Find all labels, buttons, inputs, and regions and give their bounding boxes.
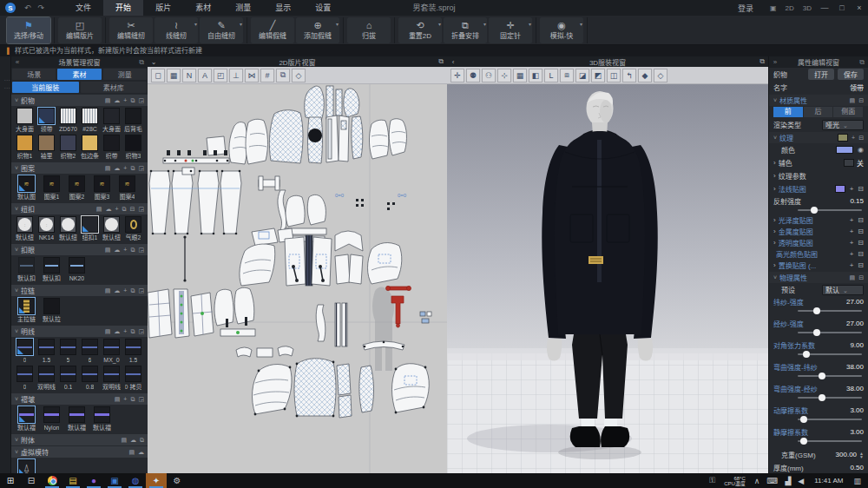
slider-knob[interactable]	[819, 373, 825, 379]
material-thumb[interactable]	[43, 298, 60, 314]
material-item[interactable]: 1.5	[36, 339, 57, 364]
section-header[interactable]: ˅褶皱▤+⧉◲	[11, 393, 148, 405]
material-thumb[interactable]	[38, 108, 55, 124]
style3d-icon[interactable]: ✦	[146, 473, 167, 488]
material-thumb[interactable]: :	[16, 216, 33, 233]
text-n-icon[interactable]: N	[182, 69, 196, 82]
settings-icon[interactable]: ⚙	[167, 473, 187, 488]
material-thumb[interactable]: ≋	[69, 175, 85, 192]
material-item[interactable]: 双明线	[36, 366, 57, 391]
folder-icon[interactable]: ▤	[105, 328, 111, 335]
material-thumb[interactable]	[125, 135, 141, 151]
material-item[interactable]: 默认纽	[57, 216, 79, 241]
weight-stepper[interactable]: ▲▼	[859, 452, 864, 458]
material-item[interactable]: 0	[14, 366, 36, 391]
surface-view-icon[interactable]: ◧	[529, 69, 542, 82]
cloud-icon[interactable]: ☁	[114, 247, 120, 254]
plus-icon[interactable]: +	[123, 287, 127, 293]
cloud-icon[interactable]: ☁	[105, 206, 111, 213]
view-3d-button[interactable]: 3D	[803, 4, 812, 12]
explorer-icon[interactable]: ▤	[62, 473, 83, 488]
scene-subtab-1[interactable]: 当前服装	[12, 82, 79, 93]
color-swatch[interactable]	[836, 146, 853, 154]
ribbon-button[interactable]: ◰编辑版片	[58, 17, 102, 43]
ribbon-button[interactable]: ✛▾固定针	[489, 17, 532, 43]
material-thumb[interactable]	[16, 135, 33, 151]
popout-props-icon[interactable]: ⧉	[856, 58, 868, 67]
copy-icon[interactable]: ⧉	[122, 206, 127, 213]
cloud-icon[interactable]: ☁	[114, 165, 120, 172]
save-button[interactable]: 保存	[838, 69, 864, 80]
folder-icon[interactable]: ▤	[850, 97, 856, 104]
copy-icon[interactable]: ⧉	[130, 328, 135, 335]
material-thumb[interactable]	[60, 339, 76, 355]
pattern-piece-sleeves-top[interactable]	[207, 119, 406, 164]
material-thumb[interactable]	[103, 108, 120, 124]
slider-track[interactable]	[798, 419, 862, 420]
material-thumb[interactable]	[60, 216, 76, 233]
cloud-icon[interactable]: ☁	[114, 328, 120, 335]
section-header[interactable]: ˅扣眼▤☁+⧉◲	[11, 244, 148, 255]
text-a-icon[interactable]: A	[198, 69, 212, 82]
material-item[interactable]: 默认扣	[14, 257, 39, 282]
material-thumb[interactable]	[43, 257, 60, 274]
keyboard-icon[interactable]: ⌨	[766, 477, 778, 485]
material-item[interactable]: 织物1	[14, 135, 36, 160]
folder-icon[interactable]: ▤	[105, 287, 111, 294]
section-header[interactable]: ˅图案▤☁+⧉◲	[11, 162, 148, 174]
slider-knob[interactable]	[800, 438, 807, 445]
render-type-dropdown[interactable]: 哑光⌄	[822, 120, 864, 130]
material-item[interactable]: ⍙	[14, 459, 39, 473]
material-thumb[interactable]	[60, 108, 76, 124]
slider-track[interactable]	[798, 397, 862, 399]
material-item[interactable]: 1.5	[122, 339, 144, 364]
material-item[interactable]: ≋图案4	[115, 175, 140, 201]
popout-icon[interactable]: ⧉	[135, 58, 148, 67]
material-item[interactable]: 主拉链	[14, 298, 39, 323]
material-item[interactable]: 默认褶	[14, 406, 39, 432]
material-item[interactable]: 袖里	[36, 135, 57, 160]
menu-item-3[interactable]: 版片	[143, 0, 183, 16]
pattern-piece-pants[interactable]	[149, 168, 241, 234]
material-thumb[interactable]	[16, 108, 33, 124]
material-thumb[interactable]: ≋	[94, 175, 110, 192]
open-button[interactable]: 打开	[808, 69, 834, 80]
arrow-mode-icon[interactable]: ↰	[622, 69, 636, 82]
volume-icon[interactable]: ◀	[798, 477, 804, 485]
ruler-icon[interactable]: ⊥	[229, 69, 243, 82]
plus-icon[interactable]: +	[123, 247, 127, 253]
material-item[interactable]: 领带	[36, 108, 57, 133]
material-item[interactable]: 默认扣	[39, 257, 64, 282]
physics-save-icon[interactable]: ⊟	[858, 274, 864, 281]
material-thumb[interactable]	[82, 366, 98, 382]
corner-icon[interactable]: ◲	[138, 165, 144, 172]
avatar-arrange-icon[interactable]: ⚇	[482, 69, 496, 82]
pattern-piece-quilted[interactable]	[253, 359, 430, 418]
physics-folder-icon[interactable]: ▤	[850, 274, 856, 281]
material-thumb[interactable]	[82, 339, 98, 355]
material-item[interactable]: 纽扣1	[79, 216, 101, 241]
add-map-icon[interactable]: +	[850, 250, 854, 258]
material-item[interactable]: ≋默认图	[14, 175, 39, 201]
garment-show-icon[interactable]: ◇	[654, 69, 667, 82]
ribbon-button[interactable]: ✂编辑缝纫	[109, 17, 153, 43]
material-thumb[interactable]	[103, 339, 120, 355]
section-header[interactable]: ˅明线▤☁+⧉◲	[11, 326, 148, 337]
slider-track[interactable]	[798, 332, 862, 333]
material-item[interactable]: 后背毛	[122, 108, 144, 133]
menu-item-4[interactable]: 素材	[183, 0, 223, 16]
ribbon-button[interactable]: ✎▾自由缝纫	[200, 17, 243, 43]
slider-track[interactable]	[798, 353, 862, 355]
slider-track[interactable]	[798, 375, 862, 377]
collapse-2d-icon[interactable]: ⌄	[148, 58, 160, 66]
cloud-icon[interactable]: ☁	[130, 437, 136, 444]
texture-swatch[interactable]	[838, 134, 848, 142]
material-thumb[interactable]	[125, 108, 141, 124]
material-item[interactable]: 大身面	[101, 108, 122, 133]
corner-icon[interactable]: ◲	[138, 328, 144, 335]
material-item[interactable]: 大身面	[14, 108, 36, 133]
light-view-icon[interactable]: L	[544, 69, 558, 82]
material-thumb[interactable]	[125, 216, 141, 233]
add-map-icon[interactable]: +	[850, 261, 854, 269]
material-thumb[interactable]	[103, 216, 120, 233]
